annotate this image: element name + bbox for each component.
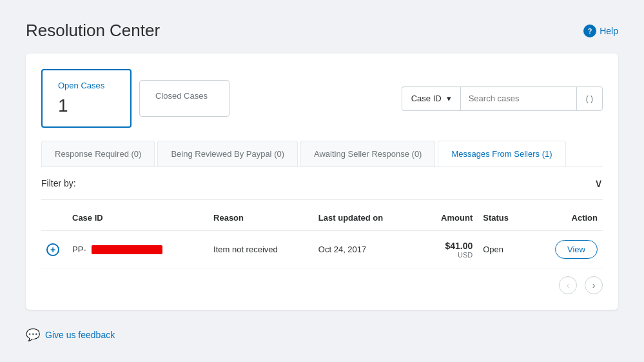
tab-messages-from-sellers[interactable]: Messages From Sellers (1)	[438, 141, 565, 166]
tab-messages-from-sellers-label: Messages From Sellers	[451, 149, 540, 159]
help-label: Help	[600, 26, 618, 36]
filter-chevron-icon: ∨	[594, 176, 603, 190]
last-updated-cell: Oct 24, 2017	[313, 231, 419, 268]
open-cases-tab[interactable]: Open Cases 1	[41, 69, 132, 128]
next-page-button[interactable]: ›	[585, 276, 603, 294]
tab-being-reviewed[interactable]: Being Reviewed By Paypal (0)	[157, 141, 298, 166]
open-cases-label: Open Cases	[58, 81, 115, 90]
col-expand	[41, 205, 67, 231]
tab-response-required-label: Response Required	[55, 149, 129, 159]
page-title: Resolution Center	[26, 21, 160, 41]
dropdown-chevron-icon: ▾	[447, 94, 451, 103]
tab-awaiting-seller-count: (0)	[412, 149, 422, 159]
filter-row[interactable]: Filter by: ∨	[41, 167, 603, 200]
feedback-label: Give us feedback	[45, 330, 115, 340]
search-icon: ( )	[586, 94, 593, 103]
action-cell: View	[529, 231, 603, 268]
tab-messages-from-sellers-count: (1)	[542, 149, 552, 159]
pagination: ‹ ›	[41, 268, 603, 294]
table-header-row: Case ID Reason Last updated on Amount St…	[41, 205, 603, 231]
table-row: + PP- Item not received Oct 24, 2017 $41…	[41, 231, 603, 268]
col-status: Status	[478, 205, 528, 231]
help-icon: ?	[583, 25, 596, 37]
footer[interactable]: 💬 Give us feedback	[26, 328, 618, 342]
filter-label: Filter by:	[41, 178, 76, 188]
tab-being-reviewed-count: (0)	[274, 149, 284, 159]
tab-response-required[interactable]: Response Required (0)	[41, 141, 155, 166]
reason-cell: Item not received	[208, 231, 313, 268]
search-section: Case ID ▾ ( )	[402, 86, 603, 111]
next-arrow-icon: ›	[592, 280, 596, 290]
col-last-updated: Last updated on	[313, 205, 419, 231]
tab-awaiting-seller-label: Awaiting Seller Response	[314, 149, 409, 159]
prev-arrow-icon: ‹	[567, 280, 570, 290]
tab-being-reviewed-label: Being Reviewed By Paypal	[171, 149, 271, 159]
search-button[interactable]: ( )	[576, 86, 603, 111]
case-id-cell: PP-	[67, 231, 208, 268]
prev-page-button[interactable]: ‹	[559, 276, 577, 294]
amount-currency: USD	[424, 251, 473, 259]
page-header: Resolution Center ? Help	[26, 21, 618, 41]
amount-value: $41.00	[424, 241, 473, 251]
expand-cell: +	[41, 231, 67, 268]
search-input[interactable]	[460, 86, 576, 111]
case-id-redacted	[92, 245, 162, 254]
page-container: Resolution Center ? Help Open Cases 1 Cl…	[0, 0, 644, 362]
amount-cell: $41.00 USD	[419, 231, 478, 268]
status-cell: Open	[478, 231, 528, 268]
tab-awaiting-seller[interactable]: Awaiting Seller Response (0)	[300, 141, 435, 166]
view-button[interactable]: View	[555, 240, 598, 259]
col-action: Action	[529, 205, 603, 231]
top-section: Open Cases 1 Closed Cases Case ID ▾ ( )	[41, 69, 603, 128]
status-tabs: Response Required (0) Being Reviewed By …	[41, 141, 603, 167]
feedback-icon: 💬	[26, 328, 40, 342]
main-card: Open Cases 1 Closed Cases Case ID ▾ ( )	[26, 54, 618, 310]
col-reason: Reason	[208, 205, 313, 231]
open-cases-count: 1	[58, 96, 115, 116]
dropdown-label: Case ID	[411, 94, 442, 103]
expand-icon[interactable]: +	[46, 243, 59, 256]
closed-cases-tab[interactable]: Closed Cases	[139, 80, 229, 117]
case-id-dropdown[interactable]: Case ID ▾	[402, 86, 460, 111]
cases-table: Case ID Reason Last updated on Amount St…	[41, 205, 603, 268]
col-amount: Amount	[419, 205, 478, 231]
help-link[interactable]: ? Help	[583, 25, 618, 37]
case-id-prefix: PP-	[72, 245, 86, 254]
tab-response-required-count: (0)	[132, 149, 142, 159]
closed-cases-label: Closed Cases	[155, 91, 213, 101]
col-case-id: Case ID	[67, 205, 208, 231]
